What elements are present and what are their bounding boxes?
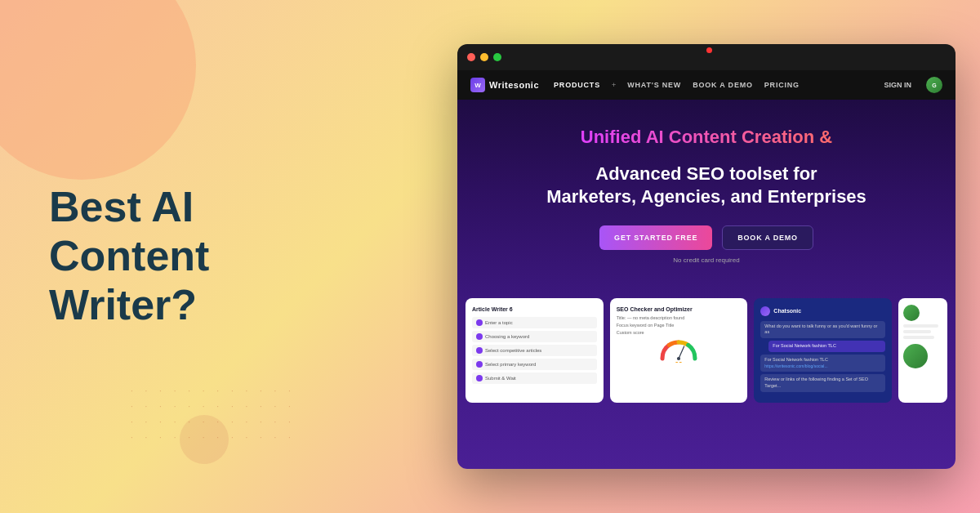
hero-title-gradient: Unified AI Content Creation &	[474, 126, 939, 149]
seo-row-2: Focus keyword on Page Title	[617, 323, 742, 328]
step-icon-4	[476, 361, 483, 368]
hero-section: Unified AI Content Creation & Advanced S…	[457, 100, 956, 293]
heading-line2: Writer?	[49, 281, 197, 328]
nav-plus: +	[612, 81, 616, 89]
hero-white-line2: Marketers, Agencies, and Enterprises	[546, 186, 866, 207]
get-started-button[interactable]: GET STARTED FREE	[599, 225, 712, 250]
website-content: W Writesonic PRODUCTS + WHAT'S NEW BOOK …	[457, 70, 956, 469]
step-2: Choosing a keyword	[472, 331, 597, 342]
left-content: Best AI Content Writer?	[49, 183, 359, 329]
seo-card-title: SEO Checker and Optimizer	[617, 306, 742, 312]
step-icon-2	[476, 333, 483, 340]
article-writer-title: Article Writer 6	[472, 306, 597, 312]
step-icon-5	[476, 375, 483, 381]
nav-signin[interactable]: SIGN IN	[884, 81, 911, 89]
seo-row-1: Title: — no meta description found	[617, 315, 742, 320]
chat-bubble-1: What do you want to talk funny or as you…	[760, 321, 885, 338]
chatsonic-title: Chatsonic	[773, 308, 801, 314]
seo-checker-card: SEO Checker and Optimizer Title: — no me…	[610, 298, 748, 403]
nav-products[interactable]: PRODUCTS	[554, 81, 600, 89]
gauge-container: 69	[617, 338, 742, 363]
step-1: Enter a topic	[472, 317, 597, 328]
logo-icon-letter: W	[474, 82, 481, 89]
fourth-line-2	[903, 330, 931, 333]
gauge-score-text: 69	[675, 360, 683, 363]
browser-close-dot[interactable]	[467, 53, 475, 61]
cards-row: Article Writer 6 Enter a topic Choosing …	[457, 298, 956, 403]
browser-maximize-dot[interactable]	[493, 53, 501, 61]
browser-chrome	[457, 44, 956, 70]
nav-pricing[interactable]: PRICING	[764, 81, 800, 89]
svg-line-0	[679, 346, 684, 359]
hero-gradient-text: Unified AI Content Creation &	[581, 127, 832, 147]
fourth-card	[898, 298, 947, 403]
hero-white-line1: Advanced SEO toolset for	[595, 163, 817, 184]
logo-icon: W	[470, 78, 485, 92]
chatsonic-icon	[760, 306, 770, 316]
chat-card-header: Chatsonic	[760, 306, 885, 316]
nav-items: PRODUCTS + WHAT'S NEW BOOK A DEMO PRICIN…	[554, 81, 869, 89]
chat-bubble-2: For Social Network fashion TLC	[768, 341, 885, 352]
nav-avatar: G	[926, 77, 942, 93]
step-4: Select primary keyword	[472, 359, 597, 370]
nav-book-demo[interactable]: BOOK A DEMO	[693, 81, 753, 89]
step-icon-1	[476, 319, 483, 326]
article-writer-card: Article Writer 6 Enter a topic Choosing …	[466, 298, 604, 403]
step-3: Select competitive articles	[472, 345, 597, 356]
chat-bubble-3: For Social Network fashion TLChttps://wr…	[760, 355, 885, 372]
browser-mockup: W Writesonic PRODUCTS + WHAT'S NEW BOOK …	[457, 44, 956, 469]
nav-whats-new[interactable]: WHAT'S NEW	[627, 81, 681, 89]
fourth-line-1	[903, 324, 938, 328]
gauge-svg: 69	[658, 338, 699, 363]
chat-bubble-4: Review or links of the following finding…	[760, 374, 885, 391]
fourth-line-3	[903, 336, 934, 339]
logo-text: Writesonic	[489, 80, 539, 90]
fourth-avatar	[903, 305, 920, 321]
site-logo: W Writesonic	[470, 78, 539, 92]
hero-subtitle: Advanced SEO toolset for Marketers, Agen…	[474, 163, 939, 209]
fourth-circle	[903, 344, 928, 368]
main-heading: Best AI Content Writer?	[49, 183, 359, 329]
notification-dot	[706, 47, 712, 53]
browser-minimize-dot[interactable]	[480, 53, 488, 61]
step-icon-3	[476, 347, 483, 354]
step-5: Submit & Wait	[472, 372, 597, 384]
chatsonic-card: Chatsonic What do you want to talk funny…	[754, 298, 892, 403]
book-demo-button[interactable]: BOOK A DEMO	[722, 225, 813, 250]
dots-pattern	[131, 382, 229, 448]
site-nav: W Writesonic PRODUCTS + WHAT'S NEW BOOK …	[457, 70, 956, 100]
seo-row-3: Custom score	[617, 330, 742, 335]
hero-buttons: GET STARTED FREE BOOK A DEMO	[474, 225, 939, 250]
heading-line1: Best AI Content	[49, 183, 209, 279]
no-credit-text: No credit card required	[474, 256, 939, 264]
